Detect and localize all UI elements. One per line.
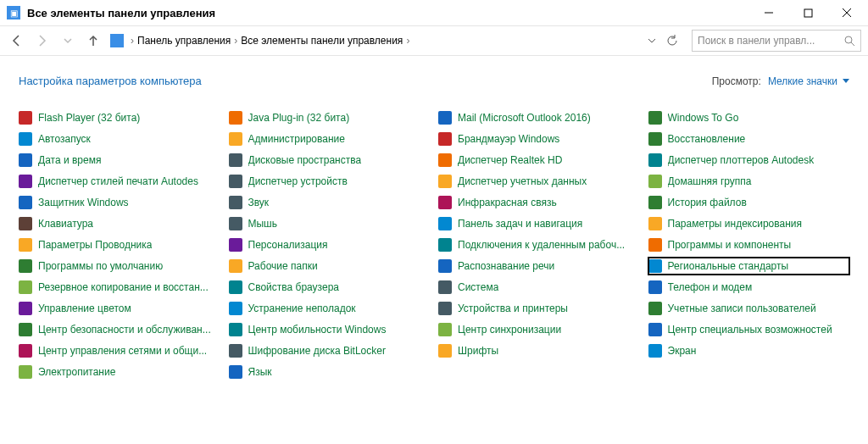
cp-item[interactable]: Mail (Microsoft Outlook 2016) xyxy=(438,109,640,126)
svg-point-4 xyxy=(845,36,852,43)
applet-label: Язык xyxy=(248,366,272,378)
search-icon xyxy=(843,35,855,47)
back-button[interactable] xyxy=(7,31,27,51)
applet-label: Брандмауэр Windows xyxy=(458,133,559,145)
cp-item[interactable]: Инфракрасная связь xyxy=(438,194,640,211)
address-dropdown[interactable] xyxy=(646,35,658,47)
applet-label: Диспетчер устройств xyxy=(248,175,348,187)
applet-icon xyxy=(438,323,452,336)
cp-item[interactable]: Шифрование диска BitLocker xyxy=(229,342,431,359)
cp-item[interactable]: Windows To Go xyxy=(648,109,850,126)
cp-item[interactable]: Центр управления сетями и общи... xyxy=(19,342,220,359)
cp-item[interactable]: Восстановление xyxy=(648,130,850,147)
cp-item[interactable]: Шрифты xyxy=(438,342,640,359)
cp-item[interactable]: Параметры индексирования xyxy=(648,215,850,232)
cp-item[interactable]: Диспетчер устройств xyxy=(229,173,431,190)
applet-icon xyxy=(648,132,662,146)
applet-icon xyxy=(438,217,452,230)
cp-item[interactable]: Дисковые пространства xyxy=(229,152,431,169)
applet-icon xyxy=(229,302,242,315)
cp-item[interactable]: Java Plug-in (32 бита) xyxy=(229,109,431,126)
cp-item[interactable]: Программы по умолчанию xyxy=(19,258,220,275)
cp-item[interactable]: Панель задач и навигация xyxy=(438,215,640,232)
cp-item[interactable]: Брандмауэр Windows xyxy=(438,130,640,147)
applet-icon xyxy=(438,302,452,315)
cp-item[interactable]: Система xyxy=(438,279,640,296)
applet-icon xyxy=(648,280,662,294)
applet-label: Параметры Проводника xyxy=(38,239,152,251)
cp-item[interactable]: Центр безопасности и обслуживан... xyxy=(19,321,220,338)
cp-item[interactable]: Администрирование xyxy=(229,130,431,147)
control-panel-icon xyxy=(110,34,124,47)
applet-icon xyxy=(19,175,32,188)
refresh-button[interactable] xyxy=(663,31,682,50)
cp-item[interactable]: Параметры Проводника xyxy=(19,236,220,253)
search-input[interactable]: Поиск в панели управл... xyxy=(692,30,861,52)
up-button[interactable] xyxy=(83,31,103,51)
applet-icon xyxy=(648,217,662,230)
cp-item[interactable]: Клавиатура xyxy=(19,215,220,232)
cp-item[interactable]: Подключения к удаленным рабоч... xyxy=(438,236,640,253)
applet-label: Mail (Microsoft Outlook 2016) xyxy=(458,112,591,124)
applet-label: Диспетчер стилей печати Autodes xyxy=(38,175,198,187)
applet-icon xyxy=(229,344,242,358)
cp-item[interactable]: Электропитание xyxy=(19,364,220,380)
applet-label: Дата и время xyxy=(38,154,101,166)
cp-item[interactable]: Рабочие папки xyxy=(229,258,431,275)
forward-button[interactable] xyxy=(32,31,53,51)
applet-icon xyxy=(438,111,452,125)
cp-item[interactable]: Устройства и принтеры xyxy=(438,300,640,317)
cp-item[interactable]: Телефон и модем xyxy=(648,279,850,296)
cp-item[interactable]: Flash Player (32 бита) xyxy=(19,109,220,126)
view-value: Мелкие значки xyxy=(768,75,837,87)
minimize-button[interactable] xyxy=(749,0,788,25)
applet-label: Персонализация xyxy=(248,239,328,251)
cp-item[interactable]: Звук xyxy=(229,194,431,211)
cp-item[interactable]: Свойства браузера xyxy=(229,279,431,296)
applet-label: Панель задач и навигация xyxy=(458,218,582,230)
svg-line-5 xyxy=(851,42,854,46)
items-grid: Flash Player (32 бита)Java Plug-in (32 б… xyxy=(0,94,868,387)
svg-rect-1 xyxy=(804,9,812,17)
cp-item[interactable]: Устранение неполадок xyxy=(229,300,431,317)
breadcrumb-seg-1[interactable]: Панель управления xyxy=(137,35,231,47)
cp-item[interactable]: Диспетчер стилей печати Autodes xyxy=(19,173,220,190)
cp-item[interactable]: История файлов xyxy=(648,194,850,211)
cp-item[interactable]: Автозапуск xyxy=(19,130,220,147)
cp-item[interactable]: Резервное копирование и восстан... xyxy=(19,279,220,296)
cp-item[interactable]: Центр мобильности Windows xyxy=(229,321,431,338)
cp-item[interactable]: Персонализация xyxy=(229,236,431,253)
cp-item[interactable]: Региональные стандарты xyxy=(648,258,850,275)
cp-item[interactable]: Центр синхронизации xyxy=(438,321,640,338)
applet-icon xyxy=(19,259,32,273)
applet-label: Центр управления сетями и общи... xyxy=(38,345,207,357)
cp-item[interactable]: Программы и компоненты xyxy=(648,236,850,253)
subheader: Настройка параметров компьютера Просмотр… xyxy=(0,56,868,94)
breadcrumb[interactable]: › Панель управления › Все элементы панел… xyxy=(131,35,409,47)
applet-icon xyxy=(19,132,32,146)
view-selector[interactable]: Мелкие значки xyxy=(768,75,849,87)
applet-icon xyxy=(19,217,32,230)
cp-item[interactable]: Мышь xyxy=(229,215,431,232)
cp-item[interactable]: Диспетчер учетных данных xyxy=(438,173,640,190)
applet-label: Программы и компоненты xyxy=(668,239,792,251)
close-button[interactable] xyxy=(827,0,866,25)
applet-label: Flash Player (32 бита) xyxy=(38,112,140,124)
maximize-button[interactable] xyxy=(788,0,827,25)
cp-item[interactable]: Язык xyxy=(229,364,431,380)
cp-item[interactable]: Распознавание речи xyxy=(438,258,640,275)
cp-item[interactable]: Диспетчер Realtek HD xyxy=(438,152,640,169)
cp-item[interactable]: Экран xyxy=(648,342,850,359)
cp-item[interactable]: Диспетчер плоттеров Autodesk xyxy=(648,152,850,169)
cp-item[interactable]: Центр специальных возможностей xyxy=(648,321,850,338)
applet-icon xyxy=(229,196,242,209)
cp-item[interactable]: Дата и время xyxy=(19,152,220,169)
cp-item[interactable]: Домашняя группа xyxy=(648,173,850,190)
breadcrumb-seg-2[interactable]: Все элементы панели управления xyxy=(241,35,403,47)
view-label: Просмотр: xyxy=(712,75,761,87)
recent-dropdown[interactable] xyxy=(58,31,78,51)
cp-item[interactable]: Управление цветом xyxy=(19,300,220,317)
cp-item[interactable]: Защитник Windows xyxy=(19,194,220,211)
cp-item[interactable]: Учетные записи пользователей xyxy=(648,300,850,317)
applet-label: Резервное копирование и восстан... xyxy=(38,281,209,293)
